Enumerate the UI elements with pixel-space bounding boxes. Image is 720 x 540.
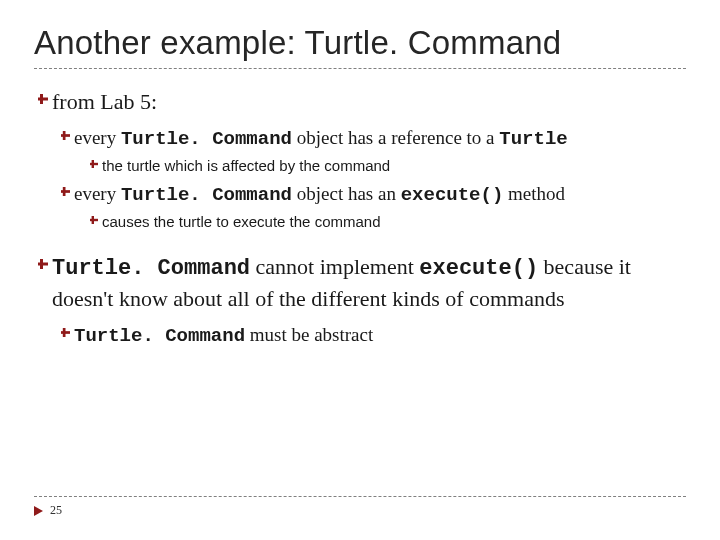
svg-rect-5 — [90, 163, 98, 165]
code: Turtle. Command — [121, 128, 292, 150]
bullet-text: every Turtle. Command object has an exec… — [74, 181, 565, 209]
bullet-text: every Turtle. Command object has a refer… — [74, 125, 568, 153]
svg-rect-11 — [38, 263, 48, 266]
svg-rect-3 — [61, 134, 70, 137]
svg-rect-13 — [61, 331, 70, 334]
title-divider — [34, 68, 686, 69]
bullet-text: the turtle which is affected by the comm… — [102, 156, 390, 176]
bullet-causes: causes the turtle to execute the command — [86, 212, 686, 232]
footer-divider — [34, 496, 686, 497]
bullet-reference: every Turtle. Command object has a refer… — [56, 125, 686, 153]
code: Turtle — [499, 128, 567, 150]
bullet-icon — [86, 160, 102, 168]
code: execute() — [419, 256, 538, 281]
bullet-text: Turtle. Command cannot implement execute… — [52, 252, 686, 313]
footer: 25 — [34, 496, 686, 518]
t: every — [74, 183, 121, 204]
bullet-text: causes the turtle to execute the command — [102, 212, 381, 232]
bullet-icon — [56, 187, 74, 196]
bullet-text: from Lab 5: — [52, 87, 157, 117]
bullet-icon — [56, 328, 74, 337]
t: object has a reference to a — [292, 127, 499, 148]
bullet-text: Turtle. Command must be abstract — [74, 322, 373, 350]
svg-rect-9 — [90, 219, 98, 221]
bullet-affected: the turtle which is affected by the comm… — [86, 156, 686, 176]
bullet-abstract: Turtle. Command must be abstract — [56, 322, 686, 350]
t: object has an — [292, 183, 401, 204]
code: Turtle. Command — [121, 184, 292, 206]
code: Turtle. Command — [52, 256, 250, 281]
bullet-cannot-implement: Turtle. Command cannot implement execute… — [34, 252, 686, 313]
bullet-from-lab5: from Lab 5: — [34, 87, 686, 117]
spacer — [34, 234, 686, 252]
bullet-icon — [86, 216, 102, 224]
bullet-icon — [34, 259, 52, 269]
t: cannot implement — [250, 254, 419, 279]
t: method — [503, 183, 565, 204]
bullet-icon — [34, 94, 52, 104]
svg-rect-7 — [61, 190, 70, 193]
bullet-execute: every Turtle. Command object has an exec… — [56, 181, 686, 209]
svg-rect-1 — [38, 98, 48, 101]
slide-title: Another example: Turtle. Command — [34, 24, 686, 62]
page-number: 25 — [50, 503, 62, 518]
play-icon — [34, 506, 44, 516]
t: every — [74, 127, 121, 148]
bullet-icon — [56, 131, 74, 140]
slide: Another example: Turtle. Command from La… — [0, 0, 720, 349]
svg-marker-14 — [34, 506, 43, 516]
t: must be abstract — [245, 324, 373, 345]
content-body: from Lab 5: every Turtle. Command object… — [34, 87, 686, 349]
footer-row: 25 — [34, 503, 686, 518]
code: Turtle. Command — [74, 325, 245, 347]
code: execute() — [401, 184, 504, 206]
